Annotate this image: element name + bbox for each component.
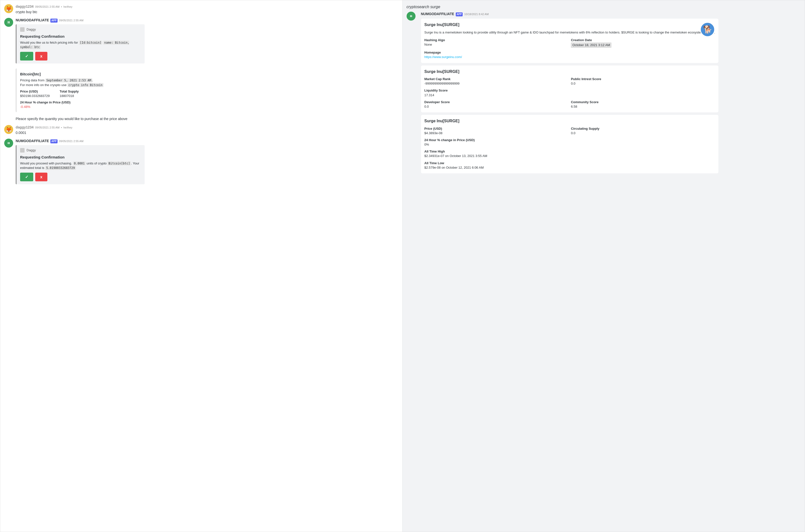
field-community-score: Community Score 6.58 bbox=[571, 100, 715, 109]
change-label: 24 Hour % change in Price (USD) bbox=[20, 100, 141, 104]
username-bot2: NUMGODAFFILIATE bbox=[16, 139, 49, 144]
field-value: $2.579e-08 on October 12, 2021 6:06 AM bbox=[425, 166, 715, 170]
confirm-buttons2: ✓ x bbox=[20, 173, 141, 181]
coin-avatar: 🐕 bbox=[700, 22, 715, 37]
message-content: Pleace specify the quantity you would li… bbox=[16, 116, 398, 121]
svg-rect-4 bbox=[409, 14, 413, 18]
field-developer-score: Developer Score 0.0 bbox=[425, 100, 568, 109]
message-header: daggy1234 09/05/2021 2:55 AM • he/they bbox=[16, 125, 398, 130]
confirm-yes-button2[interactable]: ✓ bbox=[20, 173, 33, 181]
price-field: Price (USD) $50198.0332683729 bbox=[20, 89, 50, 98]
message-text: crypto buy btc bbox=[16, 10, 398, 15]
app-badge: APP bbox=[50, 19, 58, 23]
message-row: 🦊 daggy1234 09/05/2021 2:55 AM • he/they… bbox=[4, 4, 398, 14]
timestamp-right: 10/18/2021 8:42 AM bbox=[464, 13, 488, 16]
field-name: Public Intrest Score bbox=[571, 77, 715, 81]
confirm-yes-button[interactable]: ✓ bbox=[20, 52, 33, 60]
timestamp: 09/05/2021 2:55 AM bbox=[59, 19, 83, 22]
quantity-code: 0.0001 bbox=[73, 162, 86, 166]
avatar-bot bbox=[4, 18, 13, 27]
field-name: Developer Score bbox=[425, 100, 568, 104]
username-right: NUMGODAFFILIATE bbox=[421, 12, 454, 17]
embed-author-name: Daggy bbox=[26, 27, 36, 32]
field-name: Circulating Supply bbox=[571, 127, 715, 131]
plain-text: Pleace specify the quantity you would li… bbox=[16, 117, 398, 121]
username: daggy1234 bbox=[16, 4, 34, 9]
timestamp: 09/05/2021 2:55 AM bbox=[59, 139, 83, 143]
homepage-link[interactable]: https://www.surgeinu.com/ bbox=[425, 55, 462, 59]
embed-author-name2: Daggy bbox=[26, 148, 36, 153]
field-name: Price (USD) bbox=[425, 127, 568, 131]
app-badge2: APP bbox=[50, 139, 58, 144]
right-message-meta: NUMGODAFFILIATE APP 10/18/2021 8:42 AM S… bbox=[421, 12, 719, 176]
supply-field: Total Supply 18807018 bbox=[59, 89, 79, 98]
field-creation-date: Creation Date October 18, 2021 3:12 AM bbox=[571, 38, 715, 48]
field-price-usd: Price (USD) $4.3893e-08 bbox=[425, 127, 568, 135]
embed-pricing-info: Pricing data from September 5, 2021 2:53… bbox=[20, 78, 141, 87]
embed-desc-text: Would you like us to fetch pricing info … bbox=[20, 41, 79, 44]
timestamp: 09/05/2021 2:55 AM bbox=[35, 126, 59, 130]
field-value: 0.0 bbox=[571, 81, 715, 86]
price-fields: Price (USD) $50198.0332683729 Total Supp… bbox=[20, 89, 141, 98]
message-content: daggy1234 09/05/2021 2:55 AM • he/they 0… bbox=[16, 125, 398, 135]
message-row: NUMGODAFFILIATE APP 09/05/2021 2:55 AM D… bbox=[4, 139, 398, 184]
message-row: Pleace specify the quantity you would li… bbox=[4, 116, 398, 121]
avatar-daggy: 🦊 bbox=[4, 4, 13, 13]
confirm-buttons: ✓ x bbox=[20, 52, 141, 60]
total-code: 5.01980332683729 bbox=[45, 166, 76, 170]
price-label: Price (USD) bbox=[20, 89, 50, 94]
more-info-code: crypto info Bitcoin bbox=[68, 83, 104, 87]
pronouns-text: he/they bbox=[63, 126, 72, 130]
embed-description2: Would you proceed with purchasing. 0.000… bbox=[20, 161, 141, 170]
embed-author-avatar2 bbox=[20, 148, 24, 153]
field-value: $2.34931e-07 on October 13, 2021 3:55 AM bbox=[425, 154, 715, 158]
message-header: NUMGODAFFILIATE APP 09/05/2021 2:55 AM bbox=[16, 18, 398, 23]
embed-card-confirmation2: Daggy Requesting Confirmation Would you … bbox=[16, 145, 145, 185]
embed-title: Requesting Confirmation bbox=[20, 34, 141, 39]
timestamp: 09/05/2021 2:55 AM bbox=[35, 5, 59, 9]
message-content: NUMGODAFFILIATE APP 09/05/2021 2:55 AM D… bbox=[16, 18, 398, 63]
pronouns-text: he/they bbox=[63, 5, 72, 9]
field-value: -9999999999999999999 bbox=[425, 81, 568, 86]
message-header: NUMGODAFFILIATE APP 09/05/2021 2:55 AM bbox=[16, 139, 398, 144]
embed-author: Daggy bbox=[20, 27, 141, 32]
svg-rect-5 bbox=[410, 15, 411, 17]
embed-card-price: Bitcoin[btc] Pricing data from September… bbox=[16, 69, 145, 112]
field-homepage: Homepage https://www.surgeinu.com/ bbox=[425, 50, 715, 59]
app-badge-right: APP bbox=[456, 13, 463, 16]
embed-author2: Daggy bbox=[20, 148, 141, 153]
pronouns-dot: • bbox=[61, 126, 62, 130]
field-name: Homepage bbox=[425, 50, 715, 55]
embed-description: Would you like us to fetch pricing info … bbox=[20, 40, 141, 49]
right-card-1: Surge Inu[SURGE] Surge Inu is a memetoke… bbox=[421, 19, 719, 63]
svg-rect-6 bbox=[411, 15, 412, 17]
pronouns: • bbox=[61, 5, 62, 9]
field-name: Liquidity Score bbox=[425, 88, 715, 93]
confirm-no-button2[interactable]: x bbox=[35, 173, 48, 181]
card2-fields: Market Cap Rank -9999999999999999999 Pub… bbox=[425, 77, 715, 109]
svg-rect-1 bbox=[7, 141, 11, 145]
field-value: https://www.surgeinu.com/ bbox=[425, 55, 715, 59]
field-name: 24 Hour % change in Price (USD) bbox=[425, 138, 715, 142]
confirm-no-button[interactable]: x bbox=[35, 52, 48, 60]
field-name: Hashing Algo bbox=[425, 38, 568, 42]
message-content: daggy1234 09/05/2021 2:55 AM • he/they c… bbox=[16, 4, 398, 14]
card3-title: Surge Inu[SURGE] bbox=[425, 118, 715, 124]
username-bot: NUMGODAFFILIATE bbox=[16, 18, 49, 23]
field-ath: All Time High $2.34931e-07 on October 13… bbox=[425, 149, 715, 158]
svg-rect-2 bbox=[8, 142, 8, 144]
avatar-daggy2: 🦊 bbox=[4, 125, 13, 134]
field-value: 0.0 bbox=[425, 104, 568, 109]
change-field: 24 Hour % change in Price (USD) -0.48% bbox=[20, 100, 141, 109]
card1-desc: Surge Inu is a memetoken looking to prov… bbox=[425, 30, 715, 35]
supply-label: Total Supply bbox=[59, 89, 79, 94]
right-card-3: Surge Inu[SURGE] Price (USD) $4.3893e-08… bbox=[421, 115, 719, 173]
card1-fields: Hashing Algo None Creation Date October … bbox=[425, 38, 715, 59]
field-name: Market Cap Rank bbox=[425, 77, 568, 81]
message-content: NUMGODAFFILIATE APP 09/05/2021 2:55 AM D… bbox=[16, 139, 398, 184]
right-panel: cryptosearch surge NUMGODAFFILIATE APP 1… bbox=[402, 0, 805, 532]
field-public-interest: Public Intrest Score 0.0 bbox=[571, 77, 715, 86]
price-value: $50198.0332683729 bbox=[20, 94, 50, 98]
field-atl: All Time Low $2.579e-08 on October 12, 2… bbox=[425, 161, 715, 170]
right-card-2: Surge Inu[SURGE] Market Cap Rank -999999… bbox=[421, 65, 719, 113]
